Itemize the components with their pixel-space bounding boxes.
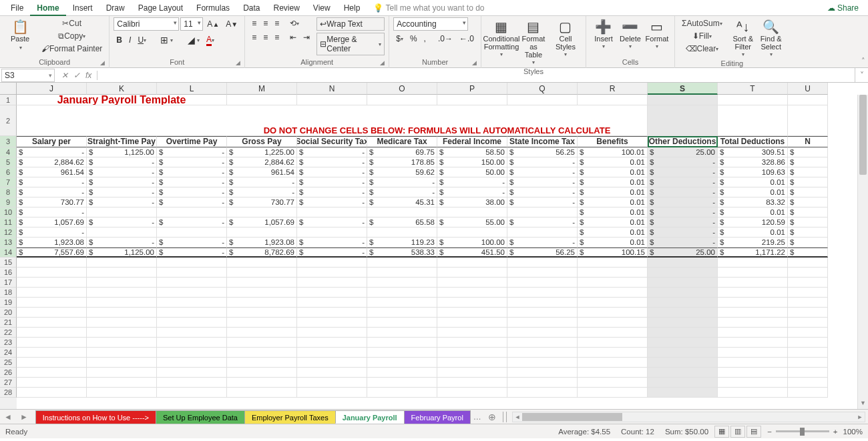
- cell[interactable]: [648, 288, 718, 298]
- cell[interactable]: [297, 288, 367, 298]
- cell[interactable]: $-: [648, 238, 718, 248]
- cells-format-button[interactable]: ▭Format: [644, 17, 670, 51]
- cell[interactable]: [507, 95, 578, 105]
- cell[interactable]: $0.01: [578, 157, 648, 167]
- cell[interactable]: [788, 298, 828, 308]
- cell[interactable]: $25.00: [648, 147, 718, 157]
- cell[interactable]: [788, 348, 828, 358]
- row-header-5[interactable]: 5: [0, 157, 17, 167]
- cell[interactable]: [227, 328, 297, 338]
- cell[interactable]: $538.33: [367, 248, 437, 258]
- cell[interactable]: $-: [157, 248, 227, 258]
- cell[interactable]: [437, 308, 507, 318]
- wrap-text-button[interactable]: ↩ Wrap Text: [316, 17, 385, 31]
- header-cell[interactable]: N: [788, 136, 828, 147]
- cell[interactable]: [578, 368, 648, 378]
- merge-center-button[interactable]: ⊟ Merge & Center: [316, 33, 385, 55]
- cell[interactable]: [367, 298, 437, 308]
- percent-button[interactable]: %: [407, 33, 420, 45]
- cell[interactable]: [17, 258, 87, 268]
- view-pagelayout-button[interactable]: ▥: [730, 426, 745, 438]
- row-header-6[interactable]: 6: [0, 167, 17, 177]
- cell[interactable]: [297, 268, 367, 278]
- cell[interactable]: [367, 348, 437, 358]
- cell[interactable]: [297, 308, 367, 318]
- cell[interactable]: $1,057.69: [227, 217, 297, 228]
- row-header-28[interactable]: 28: [0, 388, 17, 398]
- cell[interactable]: $961.54: [17, 167, 87, 177]
- cell[interactable]: $0.01: [718, 228, 788, 238]
- cell[interactable]: [17, 105, 227, 136]
- underline-button[interactable]: U: [135, 34, 149, 46]
- cell[interactable]: [297, 318, 367, 328]
- accounting-format-button[interactable]: $: [393, 33, 406, 45]
- tab-home[interactable]: Home: [30, 0, 65, 16]
- zoom-value[interactable]: 100%: [838, 428, 863, 436]
- cell[interactable]: [367, 338, 437, 348]
- cell[interactable]: [297, 348, 367, 358]
- tab-data[interactable]: Data: [236, 0, 266, 16]
- column-header-M[interactable]: M: [227, 83, 297, 95]
- cell[interactable]: $-: [297, 238, 367, 248]
- conditional-formatting-button[interactable]: ▦ConditionalFormatting: [485, 17, 517, 59]
- cell[interactable]: $-: [507, 238, 578, 248]
- cell[interactable]: [297, 228, 367, 238]
- fill-button[interactable]: ⬇ Fill: [679, 30, 725, 42]
- warning-cell[interactable]: DO NOT CHANGE CELLS BELOW: FORMULAS WILL…: [227, 105, 648, 136]
- cell[interactable]: $-: [648, 187, 718, 197]
- cell[interactable]: $-: [507, 187, 578, 197]
- cell[interactable]: $-: [507, 157, 578, 167]
- cell[interactable]: [227, 388, 297, 398]
- cell[interactable]: [157, 288, 227, 298]
- cell[interactable]: [17, 278, 87, 288]
- cell[interactable]: [227, 338, 297, 348]
- cell[interactable]: [17, 298, 87, 308]
- cell[interactable]: [437, 268, 507, 278]
- cell[interactable]: $-: [87, 167, 157, 177]
- cell[interactable]: [17, 318, 87, 328]
- view-pagebreak-button[interactable]: ▤: [746, 426, 761, 438]
- increase-decimal-button[interactable]: .0→: [435, 33, 455, 45]
- view-normal-button[interactable]: ▦: [714, 426, 729, 438]
- cell[interactable]: $-: [17, 228, 87, 238]
- cell[interactable]: [648, 95, 718, 105]
- cell[interactable]: $: [788, 157, 828, 167]
- cell[interactable]: $-: [297, 177, 367, 187]
- sheet-tab[interactable]: February Payrol: [404, 410, 471, 424]
- column-header-L[interactable]: L: [157, 83, 227, 95]
- row-header-4[interactable]: 4: [0, 147, 17, 157]
- increase-indent-button[interactable]: ⇥: [300, 31, 312, 43]
- cell[interactable]: $50.00: [437, 167, 507, 177]
- column-header-J[interactable]: J: [17, 83, 87, 95]
- cell[interactable]: [227, 268, 297, 278]
- cell[interactable]: $1,057.69: [17, 217, 87, 228]
- cell[interactable]: [718, 368, 788, 378]
- row-header-3[interactable]: 3: [0, 136, 17, 147]
- cell[interactable]: $-: [648, 157, 718, 167]
- cell[interactable]: [648, 298, 718, 308]
- cell[interactable]: [17, 378, 87, 388]
- cell[interactable]: $1,923.08: [17, 238, 87, 248]
- cell[interactable]: $109.63: [718, 167, 788, 177]
- cell[interactable]: [507, 288, 578, 298]
- cell[interactable]: [367, 258, 437, 268]
- cell[interactable]: [367, 268, 437, 278]
- sheet-overflow[interactable]: …: [471, 412, 484, 422]
- cell[interactable]: [788, 328, 828, 338]
- cell[interactable]: $-: [507, 177, 578, 187]
- scroll-down-button[interactable]: ▼: [858, 400, 868, 409]
- cell[interactable]: [227, 95, 297, 105]
- cell[interactable]: [227, 278, 297, 288]
- cell[interactable]: [157, 298, 227, 308]
- header-cell[interactable]: Straight-Time Pay: [87, 136, 157, 147]
- cell[interactable]: [227, 258, 297, 268]
- cell[interactable]: [87, 288, 157, 298]
- cell[interactable]: [227, 378, 297, 388]
- new-sheet-button[interactable]: ⊕: [484, 412, 500, 422]
- cell[interactable]: $1,125.00: [87, 248, 157, 258]
- cell[interactable]: [87, 368, 157, 378]
- cell[interactable]: [648, 318, 718, 328]
- format-as-table-button[interactable]: ▤Format asTable: [517, 17, 550, 67]
- decrease-indent-button[interactable]: ⇤: [287, 31, 299, 43]
- cell[interactable]: $7,557.69: [17, 248, 87, 258]
